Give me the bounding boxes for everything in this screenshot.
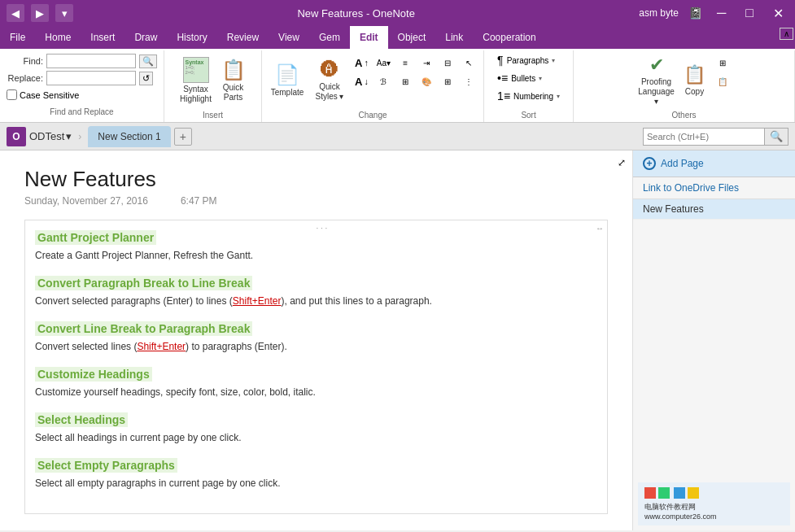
close-button[interactable]: ✕ [768,4,788,23]
ribbon-change-group: 📄 Template 🅐 QuickStyles ▾ A↑ A↓ Aa▾ ℬ ≡… [262,50,484,122]
align-left-btn[interactable]: ≡ [395,54,415,72]
notebook-bar: O ODTest ▾ › New Section 1 + 🔍 [0,123,795,150]
change-format-btns: Aa▾ ℬ [373,54,394,90]
color-btn[interactable]: 🎨 [417,72,436,90]
feature-heading-select-headings: Select Headings [35,412,128,427]
case-sensitive-checkbox[interactable] [7,89,17,100]
font-size-large-btn[interactable]: A↑ [352,54,372,72]
menu-object[interactable]: Object [388,26,436,49]
maximize-button[interactable]: □ [740,4,758,22]
sort-group-label: Sort [489,111,568,122]
section-tab[interactable]: New Section 1 [88,126,170,147]
menu-history[interactable]: History [167,26,216,49]
feature-desc-line-break: Convert selected lines (Shift+Enter) to … [35,339,597,354]
quick-parts-label: QuickParts [223,83,244,102]
change-align-btns: ≡ ⊞ [395,54,415,90]
numbering-label: Numbering [513,92,553,101]
minimize-button[interactable]: ─ [712,4,731,22]
copy-label: Copy [685,87,704,97]
add-section-button[interactable]: + [174,128,192,146]
feature-item-line-break: Convert Line Break to Paragraph Break Co… [35,321,597,354]
proofing-icon: ✔ [649,55,664,76]
feature-item-gantt: Gantt Project Planner Create a Gantt Pro… [35,230,597,263]
more-btn[interactable]: ⋮ [459,72,478,90]
paragraphs-arrow: ▾ [552,57,555,64]
bullets-arrow: ▾ [539,75,542,82]
notebook-icon-title: 📓 [688,7,702,20]
quick-styles-button[interactable]: 🅐 QuickStyles ▾ [309,52,350,109]
paragraphs-button[interactable]: ¶ Paragraphs ▾ [494,52,563,68]
syntax-highlight-button[interactable]: Syntax 1=0; 2=0; SyntaxHighlight [177,52,216,109]
menu-link[interactable]: Link [435,26,473,49]
replace-label: Replace: [7,73,43,83]
replace-row: Replace: ↺ [7,71,157,85]
watermark-line2: www.computer26.com [644,512,784,521]
menu-home[interactable]: Home [35,26,81,49]
forward-button[interactable]: ▶ [31,4,49,22]
format-btn-abc[interactable]: ℬ [373,72,394,90]
page-time: 6:47 PM [181,195,217,207]
case-sensitive-label: Case Sensitive [20,90,79,100]
menu-cooperation[interactable]: Cooperation [473,26,545,49]
back-button[interactable]: ◀ [7,4,24,22]
watermark-line1: 电脑软件教程网 [644,502,784,512]
notebook-name[interactable]: ODTest ▾ [29,130,72,142]
find-input[interactable] [46,54,136,68]
numbering-button[interactable]: 1≡ Numbering ▾ [494,88,563,104]
link-to-onedrive[interactable]: Link to OneDrive Files [633,177,795,199]
replace-input[interactable] [46,71,136,85]
menu-insert[interactable]: Insert [81,26,124,49]
insert-group-content: Syntax 1=0; 2=0; SyntaxHighlight 📋 Quick… [177,52,250,109]
bullets-button[interactable]: •≡ Bullets ▾ [494,70,563,86]
collapse-ribbon-button[interactable]: ∧ [780,28,793,40]
search-go-button[interactable]: 🔍 [765,128,788,146]
content-box-resize-handle[interactable]: ↔ [596,224,604,233]
format-btn-aa[interactable]: Aa▾ [373,54,394,72]
search-input[interactable] [643,128,765,146]
notebook-separator: › [78,131,81,142]
menu-view[interactable]: View [269,26,309,49]
menu-edit[interactable]: Edit [350,26,388,49]
watermark: 电脑软件教程网 www.computer26.com [633,477,795,530]
bullets-icon: •≡ [497,72,508,85]
other-btn2[interactable]: 📋 [713,72,732,90]
expand-page-button[interactable]: ⤢ [618,157,626,168]
change-group-label: Change [267,111,478,122]
quick-parts-button[interactable]: 📋 QuickParts [217,52,250,109]
add-page-button[interactable]: + Add Page [633,150,795,177]
box-btn2[interactable]: ⊞ [438,72,457,90]
font-size-small-btn[interactable]: A↓ [352,72,372,90]
sort-group-content: ¶ Paragraphs ▾ •≡ Bullets ▾ 1≡ Numbering… [494,52,563,109]
sidebar-page-new-features[interactable]: New Features [633,199,795,220]
box-btn1[interactable]: ⊟ [438,54,457,72]
find-replace-group-label: Find and Replace [7,107,157,119]
template-label: Template [271,88,304,98]
syntax-highlight-label: SyntaxHighlight [180,85,212,104]
menu-draw[interactable]: Draw [124,26,167,49]
find-search-button[interactable]: 🔍 [139,55,157,68]
window-title: New Features - OneNote [73,7,639,20]
replace-arrow-button[interactable]: ↺ [139,72,153,85]
menu-review[interactable]: Review [217,26,269,49]
proofing-language-button[interactable]: ✔ ProofingLanguage ▾ [636,52,677,109]
find-row: Find: 🔍 [7,54,157,68]
template-button[interactable]: 📄 Template [267,52,308,109]
other-btn1[interactable]: ⊞ [713,54,732,72]
align-more-btn[interactable]: ⊞ [395,72,415,90]
page-title: New Features [24,167,608,192]
copy-button[interactable]: 📋 Copy [679,52,711,109]
user-name: asm byte [639,7,679,19]
dropdown-button[interactable]: ▾ [55,4,73,22]
win-block-yellow [688,487,699,499]
change-boxes-btns: ⊟ ⊞ [438,54,457,90]
syntax-highlight-icon: Syntax 1=0; 2=0; [183,57,209,83]
change-misc-btns: ⇥ 🎨 [417,54,436,90]
win-block-blue [674,487,685,499]
cursor-btn[interactable]: ↖ [459,54,478,72]
notebook-icon: O [7,127,26,146]
quick-parts-icon: 📋 [221,59,246,81]
menu-gem[interactable]: Gem [309,26,350,49]
indent-btn[interactable]: ⇥ [417,54,436,72]
feature-heading-customize: Customize Headings [35,367,152,382]
menu-file[interactable]: File [0,26,35,49]
